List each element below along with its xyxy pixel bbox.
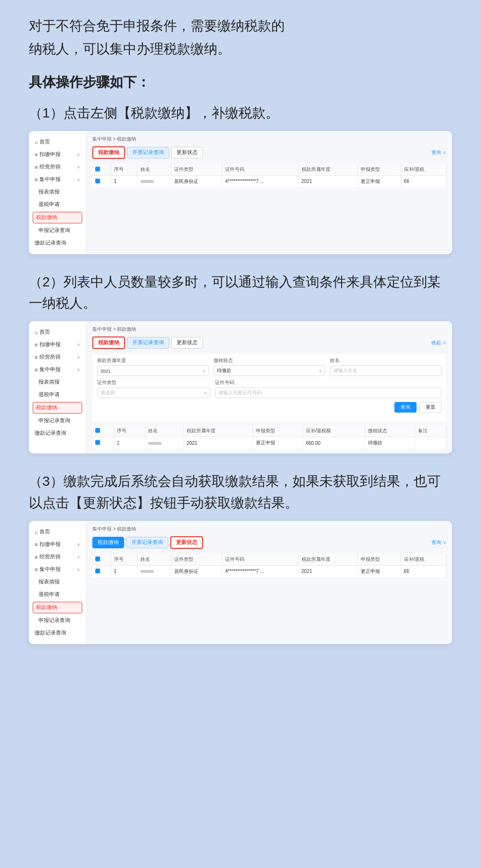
sidebar-item-kj-2[interactable]: ≡ 扣缴申报 ∨ xyxy=(29,338,86,351)
sidebar-item-jz-3[interactable]: ≡ 集中申报 ∧ xyxy=(29,563,86,576)
mini-ui-1: ⌂ 首页 ≡ 扣缴申报 ∨ ≡ 经营所得 ∨ ≡ 集中申报 ∧ xyxy=(29,131,452,254)
sidebar-item-bb-2[interactable]: 报表填报 xyxy=(29,376,86,389)
th-tax-1: 应补/退税 xyxy=(401,164,446,176)
filter-group-status: 缴税状态 待缴款 ∨ xyxy=(214,358,325,376)
reset-button[interactable]: 重置 xyxy=(419,402,442,413)
filter-name-input[interactable]: 请输入全名 xyxy=(330,365,442,376)
sidebar-item-jz-1[interactable]: ≡ 集中申报 ∧ xyxy=(29,173,86,186)
filter-year-input[interactable]: 2021 ∨ xyxy=(97,365,209,376)
table-3: 序号 姓名 证件类型 证件号码 税款所属年度 申报类型 应补/退税 1 xyxy=(92,554,446,577)
step1-label: （1）点击左侧【税款缴纳】，补缴税款。 xyxy=(29,103,452,124)
tab-kpjl-1[interactable]: 开票记录查询 xyxy=(127,147,169,158)
filter-status-input[interactable]: 待缴款 ∨ xyxy=(214,365,325,376)
query-link-3[interactable]: 查询 ∨ xyxy=(431,539,446,546)
query-link-1[interactable]: 查询 ∨ xyxy=(431,149,446,156)
sidebar-item-skjn-1[interactable]: 税款缴纳 xyxy=(33,212,82,223)
tab-gxzt-3[interactable]: 更新状态 xyxy=(170,536,203,549)
th-checkbox-3 xyxy=(92,554,111,566)
sidebar-item-skjn-3[interactable]: 税款缴纳 xyxy=(33,602,82,613)
sidebar-3: ⌂ 首页 ≡ 扣缴申报 ∨ ≡ 经营所得 ∨ ≡ 集中申报 ∧ xyxy=(29,521,87,644)
query-button[interactable]: 查询 xyxy=(394,402,417,413)
sidebar-item-home-1[interactable]: ⌂ 首页 xyxy=(29,136,86,148)
sidebar-item-bb-1[interactable]: 报表填报 xyxy=(29,186,86,198)
table-row: 1 2021 更正申报 660.00 待缴款 xyxy=(92,437,446,449)
sidebar-item-home-3[interactable]: ⌂ 首页 xyxy=(29,526,86,538)
filter-row2: 证件类型 请选择 ∨ 证件号码 请输入完整证件号码 xyxy=(97,380,442,398)
sidebar-item-home-2[interactable]: ⌂ 首页 xyxy=(29,326,86,338)
table-row: 1 居民身份证 4***************7 ... 2021 更正申报 … xyxy=(92,175,446,187)
th-checkbox-1 xyxy=(92,164,111,176)
main-content-1: 集中申报 > 税款缴纳 税款缴纳 开票记录查询 更新状态 查询 ∨ 序号 姓名 … xyxy=(87,131,452,254)
sidebar-item-sbjl-1[interactable]: 申报记录查询 xyxy=(29,224,86,237)
screenshot-2: ⌂ 首页 ≡ 扣缴申报 ∨ ≡ 经营所得 ∨ ≡ 集中申报 ∧ xyxy=(29,321,452,453)
home-icon-1: ⌂ xyxy=(35,139,38,145)
filter-group-certtype: 证件类型 请选择 ∨ xyxy=(97,380,210,398)
tab-skjn-1[interactable]: 税款缴纳 xyxy=(92,146,125,159)
filter-certtype-input[interactable]: 请选择 ∨ xyxy=(97,388,210,398)
sidebar-item-jy-3[interactable]: ≡ 经营所得 ∨ xyxy=(29,551,86,563)
sidebar-item-skjn-2[interactable]: 税款缴纳 xyxy=(33,402,82,414)
sidebar-item-sbjl-2[interactable]: 申报记录查询 xyxy=(29,415,86,427)
step2-label: （2）列表中人员数量较多时，可以通过输入查询条件来具体定位到某一纳税人。 xyxy=(29,272,452,315)
tabs-row-3: 税款缴纳 开票记录查询 更新状态 查询 ∨ xyxy=(92,536,446,549)
sidebar-item-jz-2[interactable]: ≡ 集中申报 ∧ xyxy=(29,363,86,376)
th-checkbox-2 xyxy=(92,425,114,437)
filter-certno-input[interactable]: 请输入完整证件号码 xyxy=(215,388,442,398)
th-year-1: 税款所属年度 xyxy=(298,164,357,176)
table-1: 序号 姓名 证件类型 证件号码 税款所属年度 申报类型 应补/退税 1 xyxy=(92,164,446,187)
sidebar-item-jy-2[interactable]: ≡ 经营所得 ∨ xyxy=(29,351,86,363)
sidebar-item-ts-1[interactable]: 退税申请 xyxy=(29,198,86,211)
sidebar-item-jkjl-2[interactable]: 缴款记录查询 xyxy=(29,427,86,440)
th-reporttype-1: 申报类型 xyxy=(357,164,401,176)
screenshot-1: ⌂ 首页 ≡ 扣缴申报 ∨ ≡ 经营所得 ∨ ≡ 集中申报 ∧ xyxy=(29,131,452,254)
breadcrumb-1: 集中申报 > 税款缴纳 xyxy=(92,136,446,143)
sidebar-item-jkjl-1[interactable]: 缴款记录查询 xyxy=(29,237,86,249)
th-certno-1: 证件号码 xyxy=(222,164,298,176)
step3-label: （3）缴款完成后系统会自动获取缴款结果，如果未获取到结果，也可以点击【更新状态】… xyxy=(29,471,452,514)
sidebar-item-jkjl-3[interactable]: 缴款记录查询 xyxy=(29,627,86,639)
table-2: 序号 姓名 税款所属年度 申报类型 应补/退税额 缴税状态 备注 1 xyxy=(92,425,446,449)
breadcrumb-2: 集中申报 > 税款缴纳 xyxy=(92,326,446,333)
sidebar-item-bb-3[interactable]: 报表填报 xyxy=(29,576,86,588)
mini-ui-3: ⌂ 首页 ≡ 扣缴申报 ∨ ≡ 经营所得 ∨ ≡ 集中申报 ∧ xyxy=(29,521,452,644)
tab-skjn-3[interactable]: 税款缴纳 xyxy=(92,537,124,548)
page-container: 对于不符合免于申报条件，需要缴纳税款的 纳税人，可以集中办理税款缴纳。 具体操作… xyxy=(0,0,481,868)
tabs-row-2: 税款缴纳 开票记录查询 更新状态 收起 ∧ xyxy=(92,337,446,349)
intro-line2: 纳税人，可以集中办理税款缴纳。 xyxy=(29,41,231,56)
sidebar-item-kj-1[interactable]: ≡ 扣缴申报 ∨ xyxy=(29,148,86,161)
filter-row1: 税款所属年度 2021 ∨ 缴税状态 待缴款 ∨ xyxy=(97,358,442,376)
main-content-2: 集中申报 > 税款缴纳 税款缴纳 开票记录查询 更新状态 收起 ∧ 税款所属年度… xyxy=(87,321,452,453)
th-certtype-1: 证件类型 xyxy=(171,164,222,176)
sidebar-item-kj-3[interactable]: ≡ 扣缴申报 ∨ xyxy=(29,538,86,551)
th-no-1: 序号 xyxy=(111,164,138,176)
table-row: 1 居民身份证 4***************7 ... 2021 更正申报 … xyxy=(92,565,446,577)
tab-gxzt-2[interactable]: 更新状态 xyxy=(171,337,203,349)
steps-title: 具体操作步骤如下： xyxy=(29,71,452,94)
mini-ui-2: ⌂ 首页 ≡ 扣缴申报 ∨ ≡ 经营所得 ∨ ≡ 集中申报 ∧ xyxy=(29,321,452,453)
filter-group-name: 姓名 请输入全名 xyxy=(330,358,442,376)
tab-kpjl-2[interactable]: 开票记录查询 xyxy=(127,337,169,349)
filter-group-certno: 证件号码 请输入完整证件号码 xyxy=(215,380,442,398)
sidebar-item-sbjl-3[interactable]: 申报记录查询 xyxy=(29,614,86,627)
query-link-2[interactable]: 收起 ∧ xyxy=(431,339,446,346)
tab-skjn-2[interactable]: 税款缴纳 xyxy=(92,337,125,349)
tab-kpjl-3[interactable]: 开票记录查询 xyxy=(126,537,168,548)
intro-line1: 对于不符合免于申报条件，需要缴纳税款的 xyxy=(29,18,285,33)
th-name-1: 姓名 xyxy=(138,164,171,176)
tab-gxzt-1[interactable]: 更新状态 xyxy=(171,147,203,158)
sidebar-item-jy-1[interactable]: ≡ 经营所得 ∨ xyxy=(29,161,86,173)
intro-text: 对于不符合免于申报条件，需要缴纳税款的 纳税人，可以集中办理税款缴纳。 xyxy=(29,14,452,60)
sidebar-1: ⌂ 首页 ≡ 扣缴申报 ∨ ≡ 经营所得 ∨ ≡ 集中申报 ∧ xyxy=(29,131,87,254)
tabs-row-1: 税款缴纳 开票记录查询 更新状态 查询 ∨ xyxy=(92,146,446,159)
sidebar-item-ts-3[interactable]: 退税申请 xyxy=(29,588,86,601)
filter-buttons: 查询 重置 xyxy=(97,402,442,413)
main-content-3: 集中申报 > 税款缴纳 税款缴纳 开票记录查询 更新状态 查询 ∨ 序号 姓名 … xyxy=(87,521,452,644)
filter-form-2: 税款所属年度 2021 ∨ 缴税状态 待缴款 ∨ xyxy=(92,354,446,421)
filter-group-year: 税款所属年度 2021 ∨ xyxy=(97,358,209,376)
sidebar-2: ⌂ 首页 ≡ 扣缴申报 ∨ ≡ 经营所得 ∨ ≡ 集中申报 ∧ xyxy=(29,321,87,453)
screenshot-3: ⌂ 首页 ≡ 扣缴申报 ∨ ≡ 经营所得 ∨ ≡ 集中申报 ∧ xyxy=(29,521,452,644)
breadcrumb-3: 集中申报 > 税款缴纳 xyxy=(92,526,446,532)
sidebar-item-ts-2[interactable]: 退税申请 xyxy=(29,389,86,401)
